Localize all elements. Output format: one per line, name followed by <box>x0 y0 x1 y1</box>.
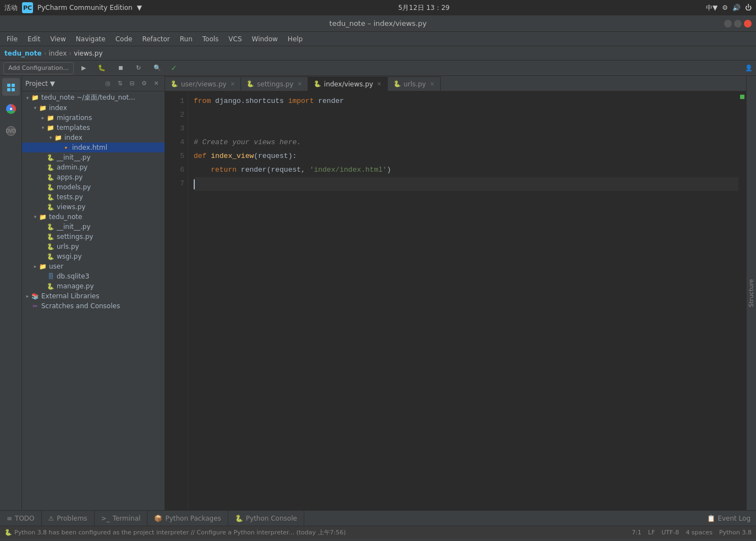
tree-item-tests-py[interactable]: 🐍 tests.py <box>22 192 165 202</box>
spacer <box>40 194 46 200</box>
tab-settings[interactable]: 🐍 settings.py ✕ <box>241 76 308 91</box>
line-num-7: 7 <box>165 177 184 191</box>
breadcrumb-folder[interactable]: index <box>48 50 67 57</box>
tab-close-button[interactable]: ✕ <box>297 81 302 87</box>
tree-item-scratches[interactable]: ✏ Scratches and Consoles <box>22 301 165 311</box>
tree-item-index-folder[interactable]: ▾ 📁 index <box>22 103 165 113</box>
locate-file-button[interactable]: ◎ <box>103 79 113 89</box>
tab-label: index/views.py <box>324 80 373 88</box>
activities-label[interactable]: 活动 <box>4 3 18 13</box>
plain-module: django.shortcuts <box>211 96 288 107</box>
menu-window[interactable]: Window <box>248 34 282 44</box>
tab-python-packages[interactable]: 📦 Python Packages <box>147 511 228 526</box>
tab-terminal[interactable]: >_ Terminal <box>95 511 148 526</box>
menu-help[interactable]: Help <box>283 34 307 44</box>
tree-item-migrations[interactable]: ▸ 📁 migrations <box>22 113 165 123</box>
tree-item-db-sqlite3[interactable]: 🗄 db.sqlite3 <box>22 271 165 281</box>
py-icon: 🐍 <box>46 252 55 261</box>
code-content[interactable]: from django.shortcuts import render # Cr… <box>188 91 738 510</box>
tree-item-wsgi-py[interactable]: 🐍 wsgi.py <box>22 252 165 261</box>
search-everywhere-button[interactable]: 🔍 <box>149 62 166 74</box>
tree-item-templates[interactable]: ▾ 📁 templates <box>22 123 165 133</box>
collapse-all-button[interactable]: ⊟ <box>127 79 137 89</box>
encoding: UTF-8 <box>661 529 679 536</box>
maximize-button[interactable] <box>734 20 742 28</box>
settings-button[interactable]: ⚙ <box>139 79 149 89</box>
tree-item-settings-py[interactable]: 🐍 settings.py <box>22 232 165 242</box>
tab-python-console[interactable]: 🐍 Python Console <box>228 511 304 526</box>
menu-view[interactable]: View <box>46 34 70 44</box>
menu-navigate[interactable]: Navigate <box>72 34 110 44</box>
app-arrow-icon[interactable]: ▼ <box>137 4 142 12</box>
py-tab-icon: 🐍 <box>246 80 254 88</box>
py-icon: 🐍 <box>46 203 55 211</box>
tree-item-admin-py[interactable]: 🐍 admin.py <box>22 162 165 172</box>
code-line-6: return render(request, 'index/index.html… <box>194 163 738 177</box>
tab-label: Python Console <box>246 515 297 522</box>
chrome-icon <box>2 100 20 118</box>
breadcrumb-sep1: › <box>44 50 47 57</box>
input-indicator[interactable]: 中▼ <box>706 3 717 13</box>
tab-close-button[interactable]: ✕ <box>377 81 381 87</box>
project-panel-toggle[interactable] <box>2 78 20 96</box>
minimize-button[interactable] <box>724 20 732 28</box>
tree-label: __init__.py <box>57 154 91 161</box>
tree-label: views.py <box>57 203 85 211</box>
cursor <box>194 179 195 189</box>
tree-item-external-libraries[interactable]: ▸ 📚 External Libraries <box>22 291 165 301</box>
tree-item-views-py[interactable]: 🐍 views.py <box>22 202 165 212</box>
sort-alphabetically-button[interactable]: ⇅ <box>115 79 125 89</box>
py-icon: 🐍 <box>46 222 55 231</box>
tree-item-urls-py[interactable]: 🐍 urls.py <box>22 242 165 252</box>
spacer <box>40 233 46 240</box>
event-log-icon: 📋 <box>707 515 715 522</box>
keyword-def: def <box>194 151 206 162</box>
menu-edit[interactable]: Edit <box>23 34 45 44</box>
menu-vcs[interactable]: VCS <box>224 34 246 44</box>
structure-label[interactable]: Structure <box>747 277 756 309</box>
tab-label: Python Packages <box>165 515 221 522</box>
code-editor[interactable]: 1 2 3 4 5 6 7 from django.shortcuts impo… <box>165 91 746 510</box>
structure-panel[interactable]: Structure <box>746 76 756 510</box>
menu-code[interactable]: Code <box>111 34 137 44</box>
tab-problems[interactable]: ⚠ Problems <box>42 511 95 526</box>
terminal-icon: >_ <box>101 515 110 522</box>
tree-item-init-py[interactable]: 🐍 __init__.py <box>22 152 165 162</box>
add-configuration-button[interactable]: Add Configuration... <box>3 62 74 74</box>
breadcrumb-file[interactable]: views.py <box>74 50 102 57</box>
tab-urls[interactable]: 🐍 urls.py ✕ <box>388 76 441 91</box>
tree-item-root[interactable]: ▾ 📁 tedu_note ~/桌面/tedu_not... <box>22 92 165 103</box>
tree-label: admin.py <box>57 163 87 171</box>
tree-item-templates-index[interactable]: ▾ 📁 index <box>22 133 165 143</box>
folder-icon: 📁 <box>39 212 47 221</box>
run-button[interactable]: ▶ <box>77 62 90 74</box>
tree-item-models-py[interactable]: 🐍 models.py <box>22 182 165 192</box>
power-icon[interactable]: ⏻ <box>745 4 752 12</box>
tab-index-views[interactable]: 🐍 index/views.py ✕ <box>308 76 388 91</box>
plain-close-paren: ) <box>387 165 391 176</box>
menu-run[interactable]: Run <box>176 34 197 44</box>
menu-refactor[interactable]: Refactor <box>138 34 174 44</box>
tree-item-apps-py[interactable]: 🐍 apps.py <box>22 172 165 182</box>
plain-render: render <box>314 96 344 107</box>
close-button[interactable] <box>744 20 752 28</box>
tree-item-manage-py[interactable]: 🐍 manage.py <box>22 281 165 291</box>
tab-close-button[interactable]: ✕ <box>231 81 235 87</box>
tab-user-views[interactable]: 🐍 user/views.py ✕ <box>165 76 241 91</box>
tree-item-tedu-init-py[interactable]: 🐍 __init__.py <box>22 222 165 232</box>
debug-button[interactable]: 🐛 <box>94 62 110 74</box>
close-panel-button[interactable]: ✕ <box>151 79 161 89</box>
tab-close-button[interactable]: ✕ <box>430 81 434 87</box>
breadcrumb-project[interactable]: tedu_note <box>4 50 42 57</box>
tree-item-user-folder[interactable]: ▸ 📁 user <box>22 261 165 271</box>
tree-item-tedu-note-folder[interactable]: ▾ 📁 tedu_note <box>22 212 165 222</box>
event-log-button[interactable]: 📋 Event Log <box>702 511 756 526</box>
stop-button[interactable]: ⏹ <box>113 62 128 74</box>
menu-tools[interactable]: Tools <box>198 34 223 44</box>
spacer <box>40 184 46 190</box>
tree-item-index-html[interactable]: 🔸 index.html <box>22 143 165 152</box>
tab-todo[interactable]: ≡ TODO <box>0 511 42 526</box>
rerun-button[interactable]: ↻ <box>132 62 145 74</box>
app-name[interactable]: PyCharm Community Edition <box>37 4 133 12</box>
menu-file[interactable]: File <box>2 34 22 44</box>
